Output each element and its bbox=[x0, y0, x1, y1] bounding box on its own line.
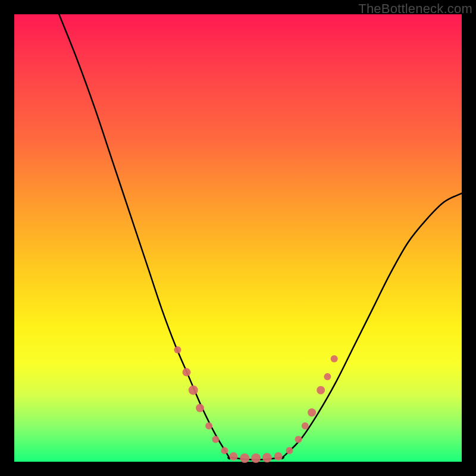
curve-marker bbox=[331, 355, 338, 362]
curve-marker bbox=[240, 453, 249, 463]
curve-marker bbox=[286, 447, 293, 454]
chart-overlay bbox=[14, 14, 462, 462]
curve-marker bbox=[229, 452, 237, 461]
curve-marker bbox=[196, 404, 204, 412]
curve-marker bbox=[189, 386, 198, 395]
curve-marker bbox=[205, 422, 212, 430]
watermark-text: TheBottleneck.com bbox=[358, 1, 472, 17]
curve-marker bbox=[183, 368, 191, 377]
curve-marker bbox=[274, 452, 283, 461]
bottleneck-curve bbox=[59, 14, 462, 460]
curve-marker bbox=[262, 453, 272, 462]
curve-marker bbox=[302, 422, 309, 430]
curve-marker bbox=[221, 447, 228, 454]
curve-marker bbox=[251, 453, 261, 463]
curve-markers bbox=[174, 346, 337, 463]
curve-marker bbox=[324, 373, 331, 380]
curve-marker bbox=[295, 436, 302, 443]
curve-marker bbox=[212, 436, 219, 443]
curve-marker bbox=[308, 408, 316, 416]
curve-path bbox=[59, 14, 462, 460]
curve-marker bbox=[317, 386, 325, 394]
curve-marker bbox=[174, 346, 181, 353]
chart-frame bbox=[14, 14, 462, 462]
